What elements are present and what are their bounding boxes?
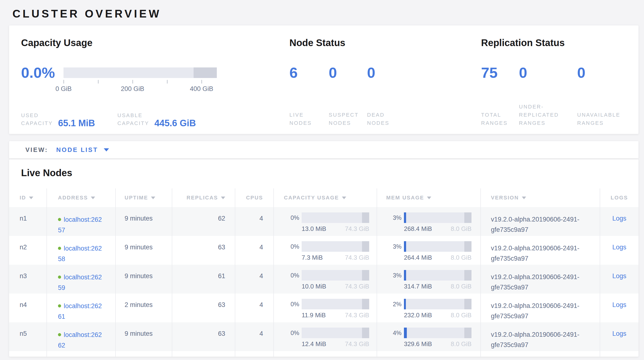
cell-empty <box>600 351 638 357</box>
mem-usage-bar-row: 3% <box>386 270 480 281</box>
cell-capacity-usage: 0%7.3 MiB74.3 GiB <box>274 236 377 265</box>
view-selected-value: NODE LIST <box>56 146 98 154</box>
column-header-capacity[interactable]: CAPACITY USAGE <box>274 189 377 207</box>
logs-link[interactable]: Logs <box>612 301 626 308</box>
table-row: n5localhost:262 629 minutes6340%12.4 MiB… <box>9 322 638 351</box>
cell-logs: Logs <box>600 293 638 322</box>
replication-status-values: 7500 <box>481 65 629 97</box>
node-address-link[interactable]: localhost:262 58 <box>58 245 102 263</box>
capacity-usage-bar <box>302 212 369 223</box>
node-version: v19.2.0-alpha.20190606-2491- gfe735c9a97 <box>491 214 596 235</box>
mem-usage-bar-reserved-segment <box>464 299 472 309</box>
capacity-usage-bar-row: 0% <box>284 328 376 338</box>
column-header-address[interactable]: ADDRESS <box>47 189 116 207</box>
capacity-usage-total-value: 74.3 GiB <box>345 225 369 233</box>
logs-link[interactable]: Logs <box>612 215 626 222</box>
capacity-usage-total-value: 74.3 GiB <box>345 283 369 290</box>
cell-logs: Logs <box>600 236 638 265</box>
mem-usage-percent: 3% <box>386 214 402 221</box>
capacity-usage-percent: 0% <box>284 214 299 221</box>
cell-replicas: 61 <box>172 265 235 293</box>
node-address-link[interactable]: localhost:262 57 <box>58 216 102 234</box>
cell-empty <box>172 351 235 357</box>
column-header-logs: LOGS <box>600 189 638 207</box>
node-cpus: 4 <box>260 215 263 222</box>
mem-usage-bar <box>404 328 472 338</box>
mem-usage-bar-reserved-segment <box>464 270 472 281</box>
sort-caret-icon <box>221 197 225 199</box>
table-row: n1localhost:262 579 minutes6240%13.0 MiB… <box>9 207 638 236</box>
capacity-usage-bar-row: 0% <box>284 299 376 309</box>
column-header-id[interactable]: ID <box>9 189 47 207</box>
mem-usage-bar-row: 3% <box>386 212 480 223</box>
node-replicas: 63 <box>218 244 225 251</box>
cluster-summary-card: Capacity Usage 0.0% 0 GiB200 GiB400 GiB … <box>9 26 638 134</box>
node-status-section: Node Status 600 LIVE NODESSUSPECT NODESD… <box>290 38 481 134</box>
cell-address: localhost:262 61 <box>47 293 116 322</box>
column-header-uptime[interactable]: UPTIME <box>116 189 172 207</box>
capacity-usage-values: 7.3 MiB74.3 GiB <box>302 254 369 261</box>
column-header-version[interactable]: VERSION <box>481 189 600 207</box>
mem-usage-used-value: 314.7 MiB <box>404 283 432 290</box>
capacity-usage-used-value: 11.9 MiB <box>302 311 326 319</box>
capacity-usage-bar <box>302 299 369 309</box>
mem-usage-bar-row: 3% <box>386 241 480 252</box>
node-address-link[interactable]: localhost:262 59 <box>58 274 102 291</box>
view-selector[interactable]: NODE LIST <box>56 146 109 154</box>
replication-status-section: Replication Status 7500 TOTAL RANGESUNDE… <box>481 38 629 134</box>
mem-usage-bar-reserved-segment <box>464 212 472 223</box>
node-id: n4 <box>20 301 27 308</box>
logs-link[interactable]: Logs <box>612 330 626 337</box>
cell-cpus: 4 <box>235 207 274 236</box>
column-header-label: LOGS <box>611 195 628 201</box>
cell-node-id: n3 <box>9 265 47 293</box>
node-live-dot <box>58 304 61 307</box>
table-row: n2localhost:262 589 minutes6340%7.3 MiB7… <box>9 236 638 265</box>
node-version: v19.2.0-alpha.20190606-2491- gfe735c9a97 <box>491 329 596 350</box>
logs-link[interactable]: Logs <box>612 244 626 251</box>
node-address-link[interactable]: localhost:262 62 <box>58 331 102 349</box>
cell-capacity-usage: 0%12.4 MiB74.3 GiB <box>274 322 377 351</box>
capacity-usage-percent: 0% <box>284 272 299 279</box>
chevron-down-icon <box>104 148 109 151</box>
used-capacity-stat: USED CAPACITY 65.1 MiB <box>21 111 118 127</box>
column-header-label: MEM USAGE <box>386 195 424 201</box>
cell-version: v19.2.0-alpha.20190606-2491- gfe735c9a97 <box>481 265 600 293</box>
mem-usage-percent: 4% <box>386 329 402 336</box>
node-uptime: 9 minutes <box>124 215 152 222</box>
mem-usage-values: 264.4 MiB8.0 GiB <box>404 254 472 261</box>
capacity-usage-bar-row: 0% <box>284 270 376 281</box>
column-header-replicas[interactable]: REPLICAS <box>172 189 235 207</box>
axis-tick-label: 0 GiB <box>56 85 72 93</box>
capacity-usage-values: 11.9 MiB74.3 GiB <box>302 311 369 319</box>
cell-node-id: n5 <box>9 322 47 351</box>
cell-empty <box>47 351 116 357</box>
capacity-usage-bar <box>302 241 369 252</box>
logs-link[interactable]: Logs <box>612 272 626 280</box>
usable-capacity-label: USABLE CAPACITY <box>118 111 149 127</box>
axis-tick <box>64 80 64 84</box>
node-replicas: 63 <box>218 301 225 308</box>
node-cpus: 4 <box>260 272 263 280</box>
cell-replicas: 63 <box>172 322 235 351</box>
cell-version: v19.2.0-alpha.20190606-2491- gfe735c9a97 <box>481 207 600 236</box>
mem-usage-bar <box>404 241 472 252</box>
cell-uptime: 9 minutes <box>116 322 172 351</box>
cell-empty <box>116 351 172 357</box>
view-label: VIEW: <box>26 146 48 154</box>
cell-uptime: 9 minutes <box>116 265 172 293</box>
live-nodes-table: IDADDRESSUPTIMEREPLICASCPUSCAPACITY USAG… <box>9 189 638 357</box>
column-header-memory[interactable]: MEM USAGE <box>377 189 481 207</box>
cell-mem-usage: 3%264.4 MiB8.0 GiB <box>377 236 481 265</box>
node-address-link[interactable]: localhost:262 61 <box>58 302 102 320</box>
capacity-usage-title: Capacity Usage <box>21 38 290 48</box>
mem-usage-values: 314.7 MiB8.0 GiB <box>404 283 472 290</box>
mem-usage-used-value: 329.6 MiB <box>404 340 432 348</box>
node-status-title: Node Status <box>290 38 481 48</box>
column-header-cpus: CPUS <box>235 189 274 207</box>
mem-usage-percent: 2% <box>386 301 402 308</box>
node-status-stat-label: LIVE NODES <box>290 111 329 127</box>
cell-address: localhost:262 57 <box>47 207 116 236</box>
node-live-dot <box>58 333 61 336</box>
capacity-usage-bar-reserved-segment <box>362 212 369 223</box>
